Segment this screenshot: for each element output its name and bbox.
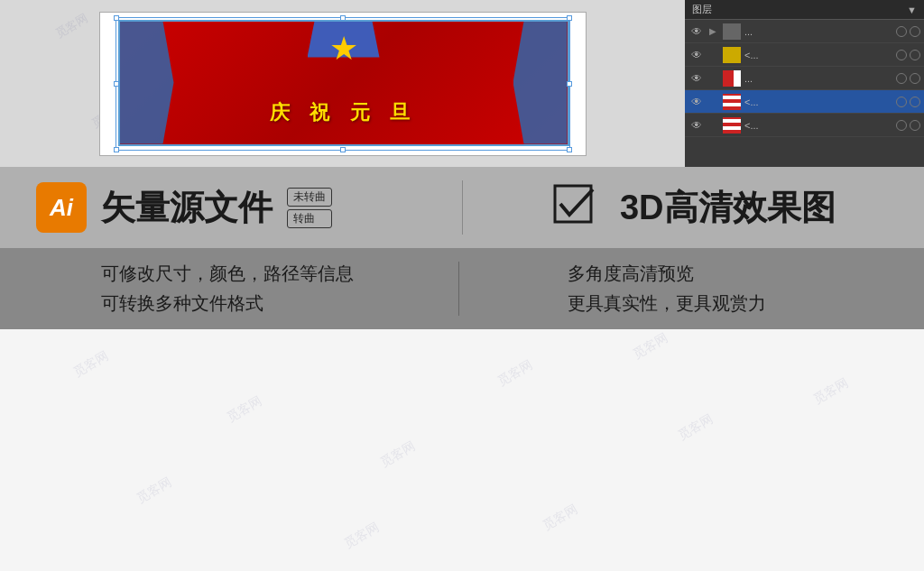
- layer-vis-3[interactable]: [910, 73, 920, 84]
- layer-lock-4[interactable]: [896, 97, 907, 107]
- layer-vis-2[interactable]: [910, 50, 920, 60]
- checkbox-svg: [551, 179, 602, 229]
- layer-lock-1[interactable]: [896, 26, 907, 37]
- bottom-area: 觅客网 觅客网 觅客网 觅客网 觅客网 觅客网 觅客网 觅客网 觅客网 觅客网: [0, 329, 924, 571]
- wm-b3: 觅客网: [377, 438, 418, 472]
- handle-br[interactable]: [567, 147, 572, 152]
- ai-icon: Ai: [36, 182, 87, 233]
- wm-b2: 觅客网: [224, 393, 264, 427]
- tag-stroked: 转曲: [287, 209, 332, 228]
- layer-expand-2[interactable]: [707, 49, 719, 61]
- layer-name-3: ...: [744, 73, 896, 84]
- artwork: ★ 庆 祝 元 旦: [118, 20, 569, 146]
- wm-b4: 觅客网: [494, 357, 535, 391]
- watermark-container: 觅客网 觅客网 觅客网 觅客网 觅客网 觅客网 觅客网 觅客网 觅客网 觅客网: [0, 329, 924, 571]
- wm-b10: 觅客网: [630, 330, 670, 364]
- description-bar: 可修改尺寸，颜色，路径等信息 可转换多种文件格式 多角度高清预览 更具真实性，更…: [0, 248, 924, 329]
- checkbox-icon: [551, 179, 602, 236]
- layer-icons-right-2: [896, 50, 920, 60]
- layer-thumb-1: [723, 23, 741, 40]
- layer-thumb-4: [723, 94, 741, 110]
- emblem: ★: [321, 26, 366, 71]
- layer-name-2: <...: [744, 50, 896, 60]
- canvas-area[interactable]: 觅客网 觅客网 觅客网 觅客网 觅客网 ★ 庆 祝 元 旦: [0, 0, 685, 167]
- tag-group: 未转曲 转曲: [287, 188, 332, 228]
- watermark-1: 觅客网: [52, 10, 91, 41]
- layer-expand-3[interactable]: [707, 72, 719, 85]
- layer-name-5: <...: [744, 120, 896, 131]
- feature-right: 3D高清效果图: [499, 179, 889, 236]
- layer-eye-2[interactable]: 👁: [688, 47, 705, 63]
- wm-b5: 觅客网: [134, 474, 174, 508]
- desc-divider: [458, 262, 459, 316]
- feature-left: Ai 矢量源文件 未转曲 转曲: [36, 182, 426, 233]
- layers-panel: 图层 ▼ 👁 ▶ ... 👁 <...: [685, 0, 924, 167]
- layer-row-5[interactable]: 👁 <...: [685, 114, 924, 137]
- layer-icons-right-1: [896, 26, 920, 37]
- tag-unstroked: 未转曲: [287, 188, 332, 207]
- layers-menu-icon[interactable]: ▼: [907, 5, 917, 15]
- banner-text: 庆 祝 元 旦: [120, 99, 568, 126]
- desc-left-line1: 可修改尺寸，颜色，路径等信息: [101, 262, 422, 286]
- layers-header-icons: ▼: [907, 5, 917, 15]
- layer-row-3[interactable]: 👁 ...: [685, 67, 924, 90]
- layer-icons-right-5: [896, 120, 920, 131]
- desc-right-line2: 更具真实性，更具观赏力: [568, 291, 889, 316]
- layer-expand-5[interactable]: [707, 119, 719, 132]
- layer-icons-right-3: [896, 73, 920, 84]
- layer-expand-4[interactable]: [707, 96, 719, 108]
- layer-expand-1[interactable]: ▶: [707, 25, 719, 38]
- layer-vis-1[interactable]: [910, 26, 920, 37]
- canvas-inner: ★ 庆 祝 元 旦: [99, 12, 587, 156]
- layer-row-1[interactable]: 👁 ▶ ...: [685, 20, 924, 43]
- layer-lock-3[interactable]: [896, 73, 907, 84]
- wm-b9: 觅客网: [341, 520, 382, 553]
- wm-b8: 觅客网: [810, 375, 851, 409]
- desc-right-line1: 多角度高清预览: [568, 262, 889, 286]
- layer-vis-5[interactable]: [910, 120, 920, 131]
- layer-vis-4[interactable]: [910, 97, 920, 107]
- wm-b1: 觅客网: [70, 348, 111, 382]
- layer-thumb-2: [723, 47, 741, 63]
- handle-bl[interactable]: [114, 147, 119, 152]
- layer-eye-5[interactable]: 👁: [688, 117, 705, 134]
- feature-bar: Ai 矢量源文件 未转曲 转曲 3D高清效果图: [0, 167, 924, 248]
- desc-left: 可修改尺寸，颜色，路径等信息 可转换多种文件格式: [36, 262, 422, 316]
- layer-row-4[interactable]: 👁 <...: [685, 90, 924, 114]
- layer-eye-3[interactable]: 👁: [688, 70, 705, 87]
- layer-thumb-5: [723, 117, 741, 134]
- layer-eye-1[interactable]: 👁: [688, 23, 705, 40]
- wm-b6: 觅客网: [540, 502, 580, 535]
- layers-panel-title: 图层: [692, 3, 712, 16]
- desc-right: 多角度高清预览 更具真实性，更具观赏力: [495, 262, 889, 316]
- layer-eye-4[interactable]: 👁: [688, 94, 705, 110]
- desc-left-line2: 可转换多种文件格式: [101, 291, 422, 316]
- layer-lock-5[interactable]: [896, 120, 907, 131]
- layer-icons-right-4: [896, 97, 920, 107]
- top-section: 觅客网 觅客网 觅客网 觅客网 觅客网 ★ 庆 祝 元 旦: [0, 0, 924, 167]
- layer-lock-2[interactable]: [896, 50, 907, 60]
- layers-header: 图层 ▼: [685, 0, 924, 20]
- hd-title: 3D高清效果图: [620, 185, 836, 231]
- layer-thumb-3: [723, 70, 741, 87]
- handle-bm[interactable]: [340, 147, 346, 152]
- layer-row-2[interactable]: 👁 <...: [685, 43, 924, 67]
- layer-name-4: <...: [744, 97, 896, 107]
- layer-name-1: ...: [744, 26, 896, 37]
- feature-divider: [462, 180, 463, 235]
- wm-b7: 觅客网: [675, 411, 716, 445]
- vector-title: 矢量源文件: [101, 185, 273, 231]
